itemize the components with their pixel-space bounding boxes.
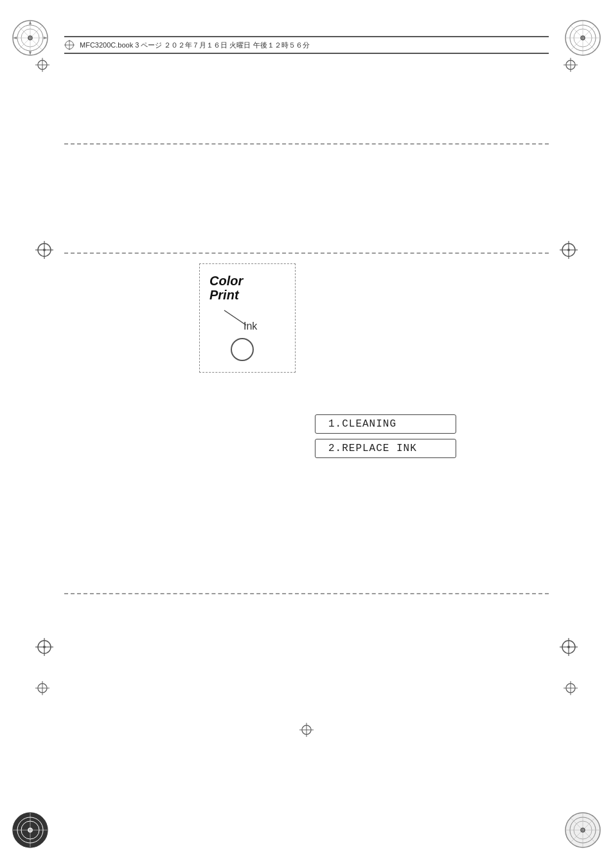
svg-point-51 (43, 249, 46, 251)
dash-separator-2 (64, 251, 549, 256)
dash-separator-1 (64, 141, 549, 146)
ink-ink-label: Ink (244, 321, 257, 332)
registration-mark-inner-left-top (35, 58, 49, 75)
dash-separator-3 (64, 591, 549, 596)
lcd-menu-item-2: 2.REPLACE INK (315, 439, 456, 458)
registration-mark-inner-left-bottom (35, 681, 49, 698)
lcd-menu: 1.CLEANING 2.REPLACE INK (315, 414, 456, 458)
header-text: MFC3200C.book 3 ページ ２０２年７月１６日 火曜日 午後１２時５… (80, 39, 310, 51)
lcd-menu-item-1: 1.CLEANING (315, 414, 456, 434)
registration-mark-bottom-center (299, 723, 314, 740)
registration-mark-right-top (560, 241, 578, 259)
svg-line-82 (224, 310, 246, 325)
registration-mark-left-top (35, 241, 53, 259)
registration-mark-inner-right-top (564, 58, 578, 75)
ink-box-container: Color Print Ink (199, 263, 302, 379)
ink-color-label: Color (209, 274, 243, 288)
ink-print-label: Print (209, 288, 239, 302)
corner-decoration-tr (564, 19, 601, 57)
corner-decoration-bl (12, 811, 49, 849)
svg-point-59 (43, 646, 46, 648)
svg-point-55 (567, 249, 570, 251)
registration-mark-inner-right-bottom (564, 681, 578, 698)
corner-decoration-br (564, 811, 601, 849)
corner-decoration-tl (12, 19, 49, 57)
ink-box: Color Print Ink (199, 263, 296, 373)
header-bar: MFC3200C.book 3 ページ ２０２年７月１６日 火曜日 午後１２時５… (64, 36, 549, 54)
registration-mark-right-bottom (560, 638, 578, 656)
registration-mark-left-bottom (35, 638, 53, 656)
ink-circle (231, 338, 254, 361)
svg-point-63 (567, 646, 570, 648)
